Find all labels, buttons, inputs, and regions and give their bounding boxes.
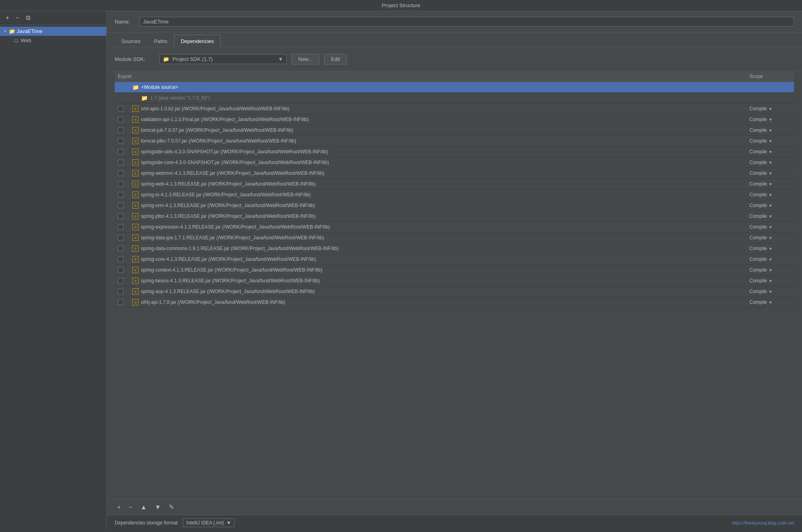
row-export-cell[interactable]	[115, 158, 129, 167]
export-checkbox[interactable]	[118, 246, 123, 251]
table-row[interactable]: ≡spring-aop-4.1.3.RELEASE.jar (/WORK/Pro…	[115, 286, 794, 297]
export-checkbox[interactable]	[118, 192, 123, 198]
export-checkbox[interactable]	[118, 235, 123, 241]
row-scope-cell[interactable]: Compile▼	[746, 211, 794, 221]
footer-link[interactable]: https://frankyoung.blog.csdn.net	[732, 520, 794, 525]
row-scope-cell[interactable]: Compile▼	[746, 158, 794, 167]
table-row[interactable]: 📁 1.7 (java version "1.7.0_60")	[115, 93, 794, 104]
sdk-label: Module SDK:	[115, 56, 155, 62]
tab-paths[interactable]: Paths	[147, 35, 174, 47]
footer-format-select[interactable]: IntelliJ IDEA (.iml) ▼	[183, 518, 235, 527]
table-row[interactable]: ≡spring-webmvc-4.1.3.RELEASE.jar (/WORK/…	[115, 168, 794, 179]
table-row[interactable]: ≡spring-data-jpa-1.7.1.RELEASE.jar (/WOR…	[115, 233, 794, 243]
row-export-cell[interactable]	[115, 254, 129, 264]
row-scope-cell[interactable]: Compile▼	[746, 136, 794, 146]
table-row[interactable]: ≡springside-utils-4.3.0-SNAPSHOT.jar (/W…	[115, 147, 794, 157]
table-row[interactable]: ≡spring-tx-4.1.3.RELEASE.jar (/WORK/Proj…	[115, 190, 794, 200]
row-scope-cell[interactable]: Compile▼	[746, 244, 794, 253]
table-row[interactable]: 📁 <Module source>	[115, 82, 794, 93]
export-checkbox[interactable]	[118, 106, 123, 111]
row-scope-cell[interactable]: Compile▼	[746, 115, 794, 124]
table-row[interactable]: ≡xml-apis-1.0.b2.jar (/WORK/Project_Java…	[115, 104, 794, 114]
table-row[interactable]: ≡tomcat-jdbc-7.0.57.jar (/WORK/Project_J…	[115, 136, 794, 147]
export-checkbox[interactable]	[118, 181, 123, 187]
table-row[interactable]: ≡spring-jdbc-4.1.3.RELEASE.jar (/WORK/Pr…	[115, 211, 794, 222]
export-checkbox[interactable]	[118, 138, 123, 144]
row-export-cell[interactable]	[115, 233, 129, 243]
sidebar-copy-button[interactable]: ⧉	[24, 14, 32, 22]
export-checkbox[interactable]	[118, 299, 123, 305]
row-export-cell[interactable]	[115, 201, 129, 210]
name-input[interactable]	[139, 17, 794, 27]
sidebar-item-javaetime[interactable]: ▼ 📁 JavaETime	[0, 27, 106, 36]
export-checkbox[interactable]	[118, 278, 123, 284]
export-checkbox[interactable]	[118, 289, 123, 294]
table-row[interactable]: ≡spring-context-4.1.3.RELEASE.jar (/WORK…	[115, 265, 794, 276]
row-scope-cell[interactable]: Compile▼	[746, 201, 794, 210]
table-row[interactable]: ≡tomcat-juli-7.0.57.jar (/WORK/Project_J…	[115, 125, 794, 136]
sidebar-add-button[interactable]: +	[4, 14, 11, 22]
row-scope-cell[interactable]: Compile▼	[746, 222, 794, 232]
row-export-cell[interactable]	[115, 115, 129, 124]
row-scope-cell[interactable]: Compile▼	[746, 179, 794, 189]
export-checkbox[interactable]	[118, 203, 123, 208]
jar-icon: ≡	[132, 138, 139, 144]
table-row[interactable]: ≡springside-core-4.3.0-SNAPSHOT.jar (/WO…	[115, 157, 794, 168]
tab-dependencies[interactable]: Dependencies	[174, 35, 221, 47]
export-checkbox[interactable]	[118, 149, 123, 155]
row-export-cell[interactable]	[115, 211, 129, 221]
table-row[interactable]: ≡spring-core-4.1.3.RELEASE.jar (/WORK/Pr…	[115, 254, 794, 265]
table-row[interactable]: ≡spring-data-commons-1.9.1.RELEASE.jar (…	[115, 243, 794, 254]
row-scope-cell[interactable]: Compile▼	[746, 254, 794, 264]
move-up-button[interactable]: ▲	[138, 503, 149, 512]
row-export-cell[interactable]	[115, 244, 129, 253]
export-checkbox[interactable]	[118, 256, 123, 262]
row-export-cell[interactable]	[115, 222, 129, 232]
row-export-cell[interactable]	[115, 179, 129, 189]
row-export-cell[interactable]	[115, 147, 129, 156]
export-checkbox[interactable]	[118, 117, 123, 122]
row-name-cell: ≡spring-beans-4.1.3.RELEASE.jar (/WORK/P…	[129, 276, 746, 286]
row-scope-cell[interactable]: Compile▼	[746, 297, 794, 307]
table-row[interactable]: ≡spring-orm-4.1.3.RELEASE.jar (/WORK/Pro…	[115, 200, 794, 211]
row-scope-cell[interactable]: Compile▼	[746, 125, 794, 135]
table-row[interactable]: ≡validation-api-1.1.0.Final.jar (/WORK/P…	[115, 114, 794, 125]
row-export-cell[interactable]	[115, 276, 129, 286]
export-checkbox[interactable]	[118, 160, 123, 165]
export-checkbox[interactable]	[118, 127, 123, 133]
row-export-cell[interactable]	[115, 265, 129, 275]
row-export-cell[interactable]	[115, 287, 129, 296]
row-export-cell[interactable]	[115, 168, 129, 178]
row-scope-cell[interactable]: Compile▼	[746, 104, 794, 113]
row-export-cell[interactable]	[115, 136, 129, 146]
row-scope-cell[interactable]: Compile▼	[746, 287, 794, 296]
sdk-new-button[interactable]: New...	[291, 54, 319, 65]
add-dependency-button[interactable]: +	[115, 503, 123, 512]
table-row[interactable]: ≡spring-expression-4.1.3.RELEASE.jar (/W…	[115, 222, 794, 233]
export-checkbox[interactable]	[118, 170, 123, 176]
export-checkbox[interactable]	[118, 224, 123, 230]
remove-dependency-button[interactable]: −	[126, 503, 135, 512]
sdk-select[interactable]: 📁 Project SDK (1.7) ▼	[159, 54, 287, 64]
row-export-cell[interactable]	[115, 104, 129, 113]
row-export-cell[interactable]	[115, 190, 129, 200]
table-row[interactable]: ≡slf4j-api-1.7.8.jar (/WORK/Project_Java…	[115, 297, 794, 308]
row-scope-cell[interactable]: Compile▼	[746, 265, 794, 275]
row-scope-cell[interactable]: Compile▼	[746, 233, 794, 243]
table-row[interactable]: ≡spring-web-4.1.3.RELEASE.jar (/WORK/Pro…	[115, 179, 794, 190]
sdk-edit-button[interactable]: Edit	[324, 54, 346, 65]
row-scope-cell[interactable]: Compile▼	[746, 147, 794, 156]
edit-dependency-button[interactable]: ✎	[166, 503, 176, 512]
row-scope-cell[interactable]: Compile▼	[746, 168, 794, 178]
sidebar-remove-button[interactable]: −	[14, 14, 21, 22]
export-checkbox[interactable]	[118, 267, 123, 273]
sidebar-item-web[interactable]: 🗂 Web	[0, 36, 106, 45]
row-export-cell[interactable]	[115, 125, 129, 135]
table-row[interactable]: ≡spring-beans-4.1.3.RELEASE.jar (/WORK/P…	[115, 276, 794, 286]
tab-sources[interactable]: Sources	[115, 35, 147, 47]
move-down-button[interactable]: ▼	[153, 503, 164, 512]
row-scope-cell[interactable]: Compile▼	[746, 276, 794, 286]
export-checkbox[interactable]	[118, 213, 123, 219]
row-scope-cell[interactable]: Compile▼	[746, 190, 794, 200]
row-export-cell[interactable]	[115, 297, 129, 307]
